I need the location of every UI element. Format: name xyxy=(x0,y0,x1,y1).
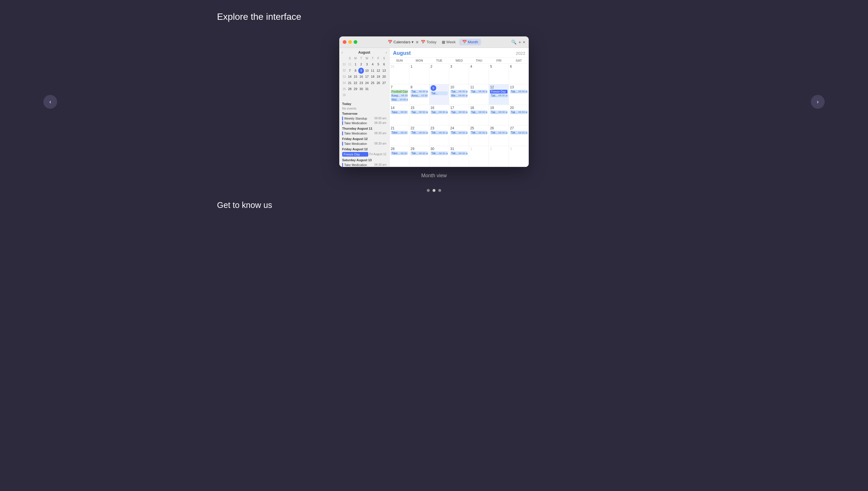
cal-day-14[interactable]: 14 Take... 08:30 am xyxy=(389,105,409,125)
tak-event-18[interactable]: Tak... 08:30 am xyxy=(470,110,487,114)
cal-day-7[interactable]: 7 Football Game Keep... 08:30 am Wat... … xyxy=(389,84,409,105)
freeze-day-event[interactable]: Freeze Day xyxy=(490,90,507,93)
cal-day-26[interactable]: 26 Tak... 08:30 am xyxy=(489,125,509,146)
mini-day-13[interactable]: 13 xyxy=(381,68,387,74)
cal-day-3[interactable]: 3 xyxy=(449,64,469,84)
carousel-next-button[interactable]: › xyxy=(811,95,825,109)
mini-day-2[interactable]: 2 xyxy=(358,61,364,68)
mini-day-6[interactable]: 6 xyxy=(381,61,387,68)
calendars-button[interactable]: 📅 Calendars ▾ xyxy=(388,40,414,44)
mini-day-23[interactable]: 23 xyxy=(358,80,364,86)
cal-day-20[interactable]: 20 Tak... 08:30 am xyxy=(509,105,529,125)
mini-day-22[interactable]: 22 xyxy=(353,80,358,86)
mini-day-21[interactable]: 21 xyxy=(347,80,353,86)
mini-day-1-next[interactable] xyxy=(370,86,375,92)
cal-day-9[interactable]: 9 Tak... xyxy=(429,84,449,105)
tak-event-31[interactable]: Tak... 08:30 am xyxy=(450,151,468,155)
mini-day-24[interactable]: 24 xyxy=(364,80,370,86)
cal-day-1-next[interactable]: 1 xyxy=(469,146,489,167)
mini-day-12[interactable]: 12 xyxy=(375,68,381,74)
mini-day-16[interactable]: 16 xyxy=(358,74,364,80)
tak-event-17[interactable]: Tak... 08:30 am xyxy=(450,110,468,114)
take-med-tomorrow-event[interactable]: Take Medication 08:30 am xyxy=(342,121,386,125)
tak-event-23[interactable]: Tak... 08:30 am xyxy=(431,131,448,135)
mini-day-25[interactable]: 25 xyxy=(370,80,375,86)
tak-event-27[interactable]: Tak... 08:30 am xyxy=(510,131,527,135)
cal-day-15[interactable]: 15 Tak... 08:30 am xyxy=(409,105,429,125)
tak-event-9[interactable]: Tak... xyxy=(431,91,448,95)
tak-event-15[interactable]: Tak... 08:30 am xyxy=(410,110,428,114)
cal-day-19[interactable]: 19 Tak... 08:30 am xyxy=(489,105,509,125)
tak-event-30[interactable]: Tak... 08:30 am xyxy=(431,151,448,155)
cal-day-29[interactable]: 29 Tak... 08:30 am xyxy=(409,146,429,167)
cal-day-18[interactable]: 18 Tak... 08:30 am xyxy=(469,105,489,125)
mini-day-18[interactable]: 18 xyxy=(370,74,375,80)
cal-day-12[interactable]: 12 Freeze Day Tak... 08:30 am xyxy=(489,84,509,105)
wat-event[interactable]: Wat... 10:00 am xyxy=(391,98,408,102)
tak-event-10[interactable]: Tak... 08:30 am xyxy=(450,90,468,93)
mini-day-3[interactable]: 3 xyxy=(364,61,370,68)
keep-event[interactable]: Keep... 08:30 am xyxy=(391,94,408,97)
add-button[interactable]: + xyxy=(518,39,521,45)
mini-day-7[interactable]: 7 xyxy=(347,68,353,74)
cal-day-13[interactable]: 13 Tak... 08:30 am xyxy=(509,84,529,105)
cal-day-2-next[interactable]: 2 xyxy=(489,146,509,167)
mini-day-31[interactable]: 31 xyxy=(364,86,370,92)
tak-event-16[interactable]: Tak... 08:30 am xyxy=(431,110,448,114)
tak-event-8[interactable]: Tak... 08:30 am xyxy=(410,90,428,93)
tak-event-14[interactable]: Take... 08:30 am xyxy=(391,110,408,114)
cal-day-25[interactable]: 25 Tak... 08:30 am xyxy=(469,125,489,146)
freeze-day-event[interactable]: Freeze Day Fri August 12 xyxy=(342,152,386,156)
cal-day-23[interactable]: 23 Tak... 08:30 am xyxy=(429,125,449,146)
cal-day-24[interactable]: 24 Tak... 08:30 am xyxy=(449,125,469,146)
dot-2[interactable] xyxy=(433,189,435,192)
tak-event-25[interactable]: Tak... 08:30 am xyxy=(470,131,487,135)
tak-event-12[interactable]: Tak... 08:30 am xyxy=(490,94,507,97)
annu-event[interactable]: Annu... 10:30 am xyxy=(410,94,428,97)
cal-day-17[interactable]: 17 Tak... 08:30 am xyxy=(449,105,469,125)
search-button[interactable]: 🔍 xyxy=(511,39,517,45)
cal-day-16[interactable]: 16 Tak... 08:30 am xyxy=(429,105,449,125)
cal-day-27[interactable]: 27 Tak... 08:30 am xyxy=(509,125,529,146)
menu-icon-button[interactable]: ≡ xyxy=(416,39,418,45)
mini-day-4[interactable]: 4 xyxy=(370,61,375,68)
weekly-standup-event[interactable]: Weekly Standup 09:00 am xyxy=(342,116,386,120)
we-event[interactable]: We... 09:00 am xyxy=(450,94,468,97)
cal-day-31-last[interactable]: 31 Tak... 08:30 am xyxy=(449,146,469,167)
mini-prev-button[interactable]: ‹ xyxy=(342,50,343,55)
mini-day-28[interactable]: 28 xyxy=(347,86,353,92)
cal-day-11[interactable]: 11 Tak... 08:30 am xyxy=(469,84,489,105)
tak-event-29[interactable]: Tak... 08:30 am xyxy=(410,151,428,155)
football-game-event[interactable]: Football Game xyxy=(391,90,408,93)
dot-1[interactable] xyxy=(427,189,430,192)
mini-day-8[interactable]: 8 xyxy=(353,68,358,74)
cal-day-3-next[interactable]: 3 xyxy=(509,146,529,167)
mini-day-29[interactable]: 29 xyxy=(353,86,358,92)
maximize-button[interactable] xyxy=(354,40,357,44)
mini-day-1[interactable]: 1 xyxy=(353,61,358,68)
take-med-thu-event[interactable]: Take Medication 08:30 am xyxy=(342,132,386,135)
mini-day-30[interactable]: 30 xyxy=(358,86,364,92)
mini-day-2-next[interactable] xyxy=(375,86,381,92)
mini-day-17[interactable]: 17 xyxy=(364,74,370,80)
close-button[interactable] xyxy=(343,40,347,44)
week-tab[interactable]: ▦ Week xyxy=(439,39,459,45)
mini-next-button[interactable]: › xyxy=(386,50,387,55)
cal-day-8[interactable]: 8 Tak... 08:30 am Annu... 10:30 am xyxy=(409,84,429,105)
cal-day-31-prev[interactable]: 31 xyxy=(389,64,409,84)
close-window-button[interactable]: × xyxy=(523,39,525,45)
dot-3[interactable] xyxy=(438,189,441,192)
tak-event-24[interactable]: Tak... 08:30 am xyxy=(450,131,468,135)
take-med-fri-event[interactable]: Take Medication 08:30 am xyxy=(342,142,386,146)
cal-day-21[interactable]: 21 Take... 08:30 am xyxy=(389,125,409,146)
cal-day-2[interactable]: 2 xyxy=(429,64,449,84)
carousel-prev-button[interactable]: ‹ xyxy=(43,95,57,109)
minimize-button[interactable] xyxy=(348,40,352,44)
mini-day-19[interactable]: 19 xyxy=(375,74,381,80)
mini-day-11[interactable]: 11 xyxy=(370,68,375,74)
tak-event-22[interactable]: Tak... 08:30 am xyxy=(410,131,428,135)
mini-day-9[interactable]: 9 xyxy=(358,68,364,74)
mini-day-20[interactable]: 20 xyxy=(381,74,387,80)
take-med-sat-event[interactable]: Take Medication 08:30 am xyxy=(342,163,386,167)
mini-day-27[interactable]: 27 xyxy=(381,80,387,86)
